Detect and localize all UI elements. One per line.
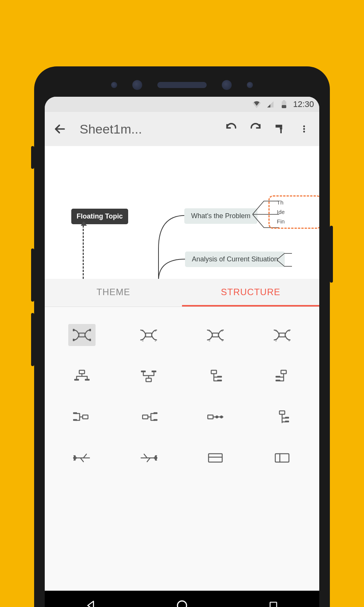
svg-rect-33 <box>146 378 151 382</box>
phone-frame: 12:30 Sheet1m... Floating Topic <box>34 66 330 607</box>
svg-text:3: 3 <box>142 339 144 342</box>
phone-volume-up <box>31 248 34 302</box>
relationship-arrow[interactable] <box>83 222 84 279</box>
svg-rect-44 <box>74 420 77 420</box>
structure-map-anticlockwise[interactable]: 1324 <box>202 324 229 346</box>
svg-rect-38 <box>218 380 221 381</box>
svg-rect-36 <box>211 370 217 374</box>
status-bar: 12:30 <box>45 97 319 112</box>
svg-rect-34 <box>141 371 145 372</box>
structure-logic-left[interactable] <box>135 406 162 428</box>
svg-rect-53 <box>286 421 289 422</box>
redo-button[interactable] <box>247 121 264 137</box>
svg-rect-48 <box>208 415 213 419</box>
structure-logic-right[interactable] <box>68 406 96 428</box>
wifi-icon <box>252 100 261 109</box>
svg-rect-20 <box>212 333 218 337</box>
format-button[interactable] <box>271 121 288 137</box>
svg-text:1: 1 <box>155 329 157 332</box>
svg-rect-47 <box>154 420 157 420</box>
svg-rect-2 <box>282 105 286 108</box>
svg-rect-4 <box>276 125 282 128</box>
floating-topic-node[interactable]: Floating Topic <box>71 209 128 224</box>
svg-rect-52 <box>286 417 289 418</box>
svg-rect-42 <box>83 415 88 419</box>
app-bar: Sheet1m... <box>45 112 319 146</box>
svg-rect-37 <box>218 376 221 377</box>
phone-side-button <box>31 146 34 169</box>
svg-text:2: 2 <box>275 339 277 342</box>
subtopic-text[interactable]: Ide <box>277 209 285 215</box>
svg-text:4: 4 <box>221 339 223 342</box>
svg-rect-51 <box>279 411 285 414</box>
svg-text:3: 3 <box>288 329 290 332</box>
android-back-button[interactable] <box>81 596 100 607</box>
tab-theme[interactable]: THEME <box>45 279 182 307</box>
structure-tree-right[interactable] <box>202 365 229 387</box>
svg-rect-59 <box>270 602 277 607</box>
svg-point-12 <box>73 339 74 341</box>
subtopic-text[interactable]: Fin <box>277 218 285 225</box>
svg-text:2: 2 <box>155 339 157 342</box>
structure-map-bidirectional[interactable]: 1234 <box>268 324 296 346</box>
svg-rect-54 <box>209 454 222 462</box>
android-nav-bar <box>45 591 319 607</box>
structure-spreadsheet-row[interactable] <box>202 447 229 469</box>
undo-button[interactable] <box>223 121 240 137</box>
mindmap-node[interactable]: Analysis of Current Situation <box>185 252 285 267</box>
page-title[interactable]: Sheet1m... <box>80 122 215 137</box>
style-tabs: THEME STRUCTURE <box>45 279 319 307</box>
svg-rect-45 <box>143 415 148 419</box>
more-button[interactable] <box>296 121 312 137</box>
status-time: 12:30 <box>293 99 314 109</box>
svg-rect-56 <box>275 454 289 462</box>
svg-rect-39 <box>281 370 286 374</box>
svg-point-58 <box>177 601 187 607</box>
svg-text:4: 4 <box>142 329 144 332</box>
phone-volume-down <box>31 313 34 366</box>
svg-text:1: 1 <box>275 329 277 332</box>
svg-rect-46 <box>154 413 157 414</box>
structure-spreadsheet-column[interactable] <box>268 447 296 469</box>
android-home-button[interactable] <box>173 596 191 607</box>
svg-point-7 <box>303 126 305 127</box>
svg-rect-32 <box>85 379 89 380</box>
android-recents-button[interactable] <box>264 596 283 607</box>
svg-rect-25 <box>279 333 285 337</box>
phone-power-button <box>330 226 333 283</box>
screen: 12:30 Sheet1m... Floating Topic <box>45 97 319 607</box>
svg-rect-1 <box>283 100 285 101</box>
tab-structure[interactable]: STRUCTURE <box>182 279 319 307</box>
mindmap-node[interactable]: What's the Problem <box>184 208 257 224</box>
svg-point-49 <box>216 416 218 418</box>
back-button[interactable] <box>52 121 68 137</box>
svg-point-13 <box>89 329 91 331</box>
svg-rect-6 <box>280 129 282 133</box>
svg-point-50 <box>221 416 223 418</box>
subtopic-text[interactable]: Th <box>277 199 284 206</box>
svg-point-8 <box>303 128 305 130</box>
svg-text:4: 4 <box>288 339 290 342</box>
cellular-icon <box>266 100 275 109</box>
svg-rect-41 <box>276 380 280 381</box>
svg-text:2: 2 <box>221 329 223 332</box>
structure-timeline-vertical[interactable] <box>268 406 296 428</box>
svg-rect-31 <box>75 379 78 380</box>
svg-point-9 <box>303 131 305 133</box>
structure-timeline-horizontal[interactable] <box>202 406 229 428</box>
svg-rect-43 <box>74 413 77 414</box>
svg-rect-10 <box>79 333 85 337</box>
mindmap-canvas[interactable]: Floating Topic What's the Problem Analys… <box>45 146 319 279</box>
structure-tree-left[interactable] <box>268 365 296 387</box>
svg-text:3: 3 <box>209 339 210 342</box>
svg-rect-40 <box>276 376 280 377</box>
structure-org-chart-down[interactable] <box>68 365 96 387</box>
structure-map-clockwise[interactable]: 4312 <box>135 324 162 346</box>
structure-org-chart-up[interactable] <box>135 365 162 387</box>
structure-fishbone-left[interactable] <box>68 447 96 469</box>
svg-point-14 <box>89 339 91 341</box>
structure-fishbone-right[interactable] <box>135 447 162 469</box>
svg-rect-35 <box>152 371 156 372</box>
structure-balanced-map[interactable] <box>68 324 96 346</box>
svg-rect-15 <box>146 333 152 337</box>
